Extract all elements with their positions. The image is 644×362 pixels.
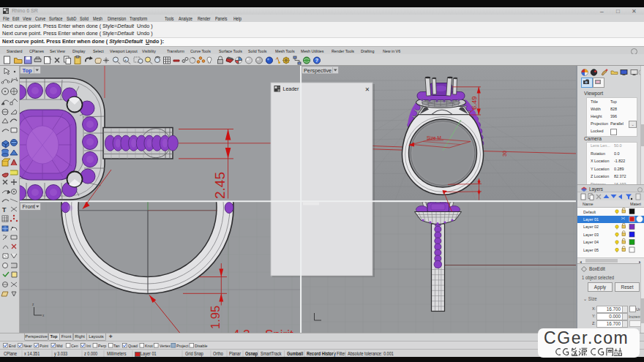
svg-text:+: + (124, 58, 127, 62)
svg-text:Spirit: Spirit (265, 328, 293, 333)
svg-text:✕: ✕ (365, 86, 370, 93)
svg-text:30: 30 (502, 151, 507, 157)
svg-text:?: ? (315, 58, 318, 63)
svg-text:Top: Top (23, 67, 33, 74)
svg-text:4.3: 4.3 (233, 328, 250, 333)
svg-text:1.95: 1.95 (209, 306, 222, 329)
svg-text:T: T (2, 206, 7, 214)
svg-text:Leader: Leader (283, 86, 299, 91)
svg-text:2.45: 2.45 (212, 172, 228, 199)
svg-text:6.49: 6.49 (470, 97, 478, 110)
svg-text:Front: Front (23, 203, 35, 210)
svg-text:Perspective: Perspective (304, 67, 332, 74)
